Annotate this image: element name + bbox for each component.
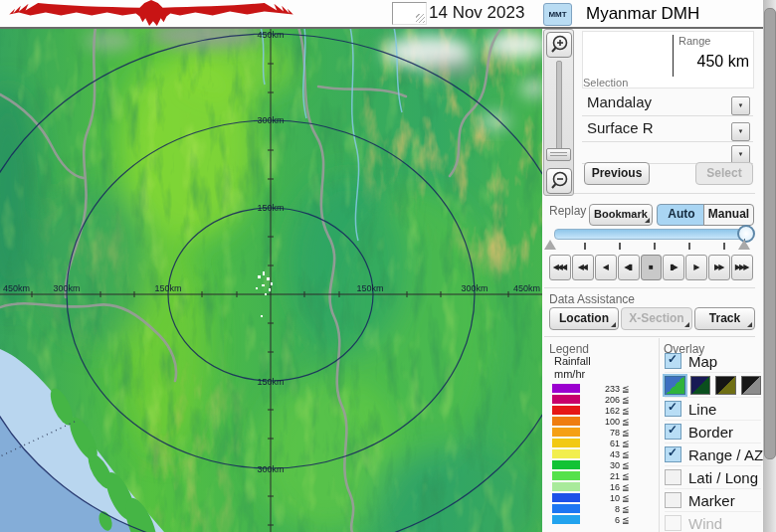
timeline-start-marker [544, 240, 556, 250]
overlay-row-lati-long: Lati / Long [665, 466, 761, 489]
fast-rewind-button[interactable]: ◀◀ [572, 255, 594, 280]
ring-label: 150km [257, 377, 284, 387]
bookmark-button[interactable]: Bookmark [589, 204, 653, 226]
lati-long-checkbox[interactable] [665, 469, 681, 485]
timeline-end-marker [738, 240, 750, 250]
rainfall-color-scale: 233≦ 206≦ 162≦ 100≦ 78≦ 61≦ 43≦ 30≦ 21≦ … [552, 383, 644, 525]
zoom-slider-thumb[interactable] [546, 148, 571, 161]
range-divider [673, 35, 674, 77]
scrollbar-thumb[interactable] [764, 8, 776, 459]
legend-swatch [552, 449, 580, 458]
location-button[interactable]: Location [549, 307, 619, 330]
range-value: 450 km [697, 53, 749, 71]
marker-checkbox[interactable] [665, 492, 681, 508]
legend-units: mm/hr [554, 368, 585, 380]
legend-suffix: ≦ [622, 504, 630, 514]
legend-swatch [552, 428, 580, 437]
radar-map[interactable]: 450km 300km 150km 150km 300km 450km 300k… [0, 27, 542, 532]
x-section-button[interactable]: X-Section [621, 307, 692, 330]
zoom-slider-track[interactable] [556, 61, 562, 160]
magnifier-minus-icon [547, 169, 571, 193]
legend-suffix: ≦ [622, 449, 630, 459]
legend-row: 10≦ [552, 492, 644, 503]
legend-swatch [552, 460, 580, 469]
mmt-timezone-button[interactable]: MMT [543, 3, 572, 26]
playback-controls: ◀◀◀ ◀◀ ◀ ◀▮ ■ ▮▶ ▶ ▶▶ ▶▶▶ [549, 255, 753, 280]
ring-label: 150km [154, 283, 181, 293]
legend-row: 16≦ [552, 481, 644, 492]
legend-value: 233 [580, 384, 620, 394]
track-button[interactable]: Track [694, 307, 755, 330]
select-site-value[interactable]: Mandalay [587, 93, 652, 110]
ring-label: 150km [356, 283, 383, 293]
overlay-item-label: Wind [688, 515, 722, 532]
ring-label: 450km [257, 30, 284, 40]
overlay-item-label: Border [688, 424, 733, 441]
zoom-out-button[interactable] [546, 168, 572, 194]
separator [544, 336, 755, 337]
ring-label: 300km [257, 115, 284, 125]
legend-suffix: ≦ [622, 471, 630, 481]
legend-title: Rainfall [554, 355, 591, 367]
legend-swatch [552, 493, 580, 502]
ring-label: 300km [53, 283, 80, 293]
map-style-gray-swatch[interactable] [741, 376, 762, 395]
product-dropdown-button[interactable]: ▼ [731, 122, 750, 141]
legend-swatch [552, 482, 580, 491]
legend-value: 16 [580, 482, 620, 492]
top-bar: 14 Nov 2023 MMT Myanmar DMH [0, 0, 776, 29]
jump-first-button[interactable]: ◀◀◀ [549, 255, 571, 280]
timeline-tick [584, 243, 586, 250]
previous-button[interactable]: Previous [584, 162, 650, 185]
map-style-terrain-swatch[interactable] [665, 376, 685, 395]
legend-row: 162≦ [552, 405, 644, 416]
border-checkbox[interactable] [665, 424, 681, 440]
legend-value: 162 [580, 406, 620, 416]
range-az-checkbox[interactable] [665, 446, 681, 462]
legend-row: 100≦ [552, 416, 644, 427]
step-back-button[interactable]: ◀▮ [618, 255, 640, 280]
timeline-tick [654, 243, 656, 250]
step-forward-button[interactable]: ▮▶ [663, 255, 684, 280]
replay-label: Replay [549, 204, 586, 218]
app-title: Myanmar DMH [586, 4, 699, 24]
legend-swatch [552, 471, 580, 480]
timeline-tick [619, 243, 621, 250]
replay-manual-toggle[interactable]: Manual [703, 204, 754, 226]
wind-checkbox [665, 515, 681, 531]
legend-value: 100 [580, 417, 620, 427]
magnifier-plus-icon [547, 33, 571, 57]
map-zoom-control [543, 29, 574, 196]
legend-value: 78 [580, 428, 620, 438]
play-button[interactable]: ▶ [685, 255, 707, 280]
resize-grip-box [392, 2, 427, 25]
play-reverse-button[interactable]: ◀ [595, 255, 617, 280]
legend-value: 21 [580, 471, 620, 481]
map-style-row [665, 373, 761, 398]
legend-suffix: ≦ [622, 439, 630, 448]
replay-timeline-track[interactable] [554, 229, 753, 240]
fast-forward-button[interactable]: ▶▶ [708, 255, 730, 280]
legend-value: 6 [580, 515, 620, 525]
jump-last-button[interactable]: ▶▶▶ [731, 255, 753, 280]
overlay-row-marker: Marker [665, 489, 761, 512]
legend-value: 8 [580, 504, 620, 514]
page-scrollbar[interactable] [763, 0, 776, 532]
ring-label: 450km [3, 283, 30, 293]
legend-swatch [552, 515, 580, 524]
legend-suffix: ≦ [622, 395, 630, 405]
select-button[interactable]: Select [695, 162, 753, 185]
stop-button[interactable]: ■ [641, 255, 663, 280]
legend-swatch [552, 504, 580, 513]
select-product-value[interactable]: Surface R [587, 119, 654, 136]
replay-auto-toggle[interactable]: Auto [657, 204, 706, 226]
map-style-dark-swatch[interactable] [690, 376, 711, 395]
map-style-olive-swatch[interactable] [715, 376, 736, 395]
site-dropdown-button[interactable]: ▼ [731, 96, 750, 115]
legend-row: 61≦ [552, 438, 644, 448]
map-checkbox[interactable] [665, 353, 681, 369]
zoom-in-button[interactable] [546, 32, 572, 58]
line-checkbox[interactable] [665, 401, 681, 417]
ring-label: 450km [513, 283, 540, 293]
legend-swatch [552, 417, 580, 426]
